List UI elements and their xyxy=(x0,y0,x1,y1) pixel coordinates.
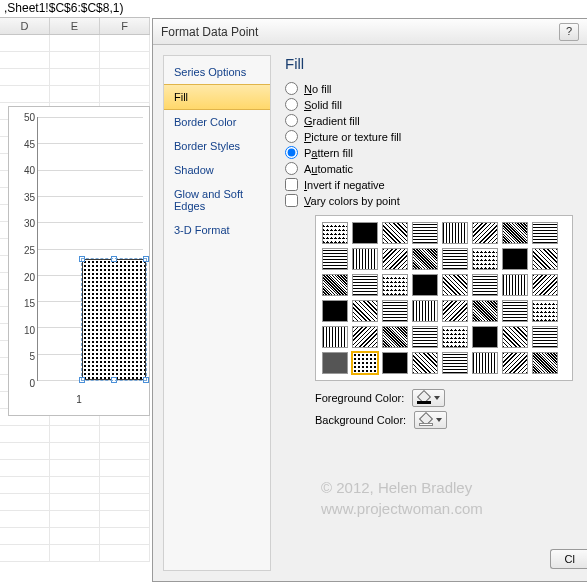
formula-bar[interactable]: ,Sheet1!$C$6:$C$8,1) xyxy=(0,0,150,18)
selection-handle[interactable] xyxy=(111,256,117,262)
pattern-swatch[interactable] xyxy=(472,300,498,322)
selection-handle[interactable] xyxy=(111,377,117,383)
pattern-swatch[interactable] xyxy=(322,222,348,244)
sidebar-item-glow[interactable]: Glow and Soft Edges xyxy=(164,182,270,218)
y-tick-label: 20 xyxy=(11,271,35,282)
pattern-swatch[interactable] xyxy=(442,300,468,322)
no-fill-radio[interactable] xyxy=(285,82,298,95)
help-button[interactable]: ? xyxy=(559,23,579,41)
pattern-swatch[interactable] xyxy=(352,222,378,244)
pattern-swatch[interactable] xyxy=(352,326,378,348)
automatic-radio[interactable] xyxy=(285,162,298,175)
pattern-swatch[interactable] xyxy=(442,222,468,244)
picture-fill-radio[interactable] xyxy=(285,130,298,143)
chevron-down-icon xyxy=(436,418,442,422)
solid-fill-label[interactable]: Solid fill xyxy=(304,99,342,111)
embedded-chart[interactable]: 1 05101520253035404550 xyxy=(8,106,150,416)
pattern-swatch[interactable] xyxy=(532,300,558,322)
pattern-swatch[interactable] xyxy=(502,326,528,348)
gradient-fill-radio[interactable] xyxy=(285,114,298,127)
data-bar[interactable] xyxy=(82,259,146,380)
pattern-swatch[interactable] xyxy=(502,222,528,244)
plot-area xyxy=(37,117,143,381)
sidebar-item-shadow[interactable]: Shadow xyxy=(164,158,270,182)
y-tick-label: 40 xyxy=(11,165,35,176)
foreground-color-button[interactable] xyxy=(412,389,445,407)
sidebar-item-border-styles[interactable]: Border Styles xyxy=(164,134,270,158)
invert-negative-label[interactable]: Invert if negative xyxy=(304,179,385,191)
automatic-label[interactable]: Automatic xyxy=(304,163,353,175)
pattern-swatch[interactable] xyxy=(352,248,378,270)
pattern-swatch[interactable] xyxy=(352,300,378,322)
col-header[interactable]: F xyxy=(100,18,150,34)
pattern-swatch[interactable] xyxy=(472,352,498,374)
pattern-swatch[interactable] xyxy=(412,222,438,244)
pattern-swatch[interactable] xyxy=(502,352,528,374)
pattern-swatch[interactable] xyxy=(532,326,558,348)
selection-handle[interactable] xyxy=(79,377,85,383)
gradient-fill-label[interactable]: Gradient fill xyxy=(304,115,360,127)
no-fill-label[interactable]: No fill xyxy=(304,83,332,95)
selection-handle[interactable] xyxy=(143,377,149,383)
pattern-swatch[interactable] xyxy=(442,274,468,296)
pattern-fill-radio[interactable] xyxy=(285,146,298,159)
pattern-swatch[interactable] xyxy=(382,326,408,348)
chevron-down-icon xyxy=(434,396,440,400)
pattern-swatch[interactable] xyxy=(472,274,498,296)
pattern-swatch[interactable] xyxy=(382,222,408,244)
pattern-swatch[interactable] xyxy=(412,352,438,374)
selection-handle[interactable] xyxy=(79,256,85,262)
pattern-swatch[interactable] xyxy=(502,300,528,322)
pattern-swatch[interactable] xyxy=(322,248,348,270)
pattern-swatch[interactable] xyxy=(532,222,558,244)
pattern-swatch[interactable] xyxy=(322,274,348,296)
pattern-swatch[interactable] xyxy=(322,326,348,348)
pattern-swatch[interactable] xyxy=(412,326,438,348)
background-color-button[interactable] xyxy=(414,411,447,429)
pattern-swatch[interactable] xyxy=(322,300,348,322)
paint-bucket-icon xyxy=(419,414,433,426)
pattern-swatch[interactable] xyxy=(382,352,408,374)
invert-negative-checkbox[interactable] xyxy=(285,178,298,191)
pattern-swatch[interactable] xyxy=(472,248,498,270)
pattern-swatch[interactable] xyxy=(502,248,528,270)
vary-colors-label[interactable]: Vary colors by point xyxy=(304,195,400,207)
background-color-label: Background Color: xyxy=(315,414,406,426)
sidebar-item-3d-format[interactable]: 3-D Format xyxy=(164,218,270,242)
close-button[interactable]: Cl xyxy=(550,549,587,569)
pattern-swatch[interactable] xyxy=(382,300,408,322)
pattern-swatch[interactable] xyxy=(352,352,378,374)
sidebar-item-series-options[interactable]: Series Options xyxy=(164,60,270,84)
pattern-swatch[interactable] xyxy=(442,326,468,348)
pattern-swatch[interactable] xyxy=(532,352,558,374)
y-tick-label: 50 xyxy=(11,112,35,123)
spreadsheet-area: D E F 1 05101 xyxy=(0,18,150,582)
pattern-swatch[interactable] xyxy=(472,326,498,348)
pattern-swatch[interactable] xyxy=(382,274,408,296)
y-tick-label: 15 xyxy=(11,298,35,309)
pattern-fill-label[interactable]: Pattern fill xyxy=(304,147,353,159)
pattern-swatch[interactable] xyxy=(412,300,438,322)
solid-fill-radio[interactable] xyxy=(285,98,298,111)
selection-handle[interactable] xyxy=(143,256,149,262)
pattern-swatch[interactable] xyxy=(442,352,468,374)
pattern-swatch[interactable] xyxy=(502,274,528,296)
pattern-swatch[interactable] xyxy=(382,248,408,270)
pattern-swatch[interactable] xyxy=(412,248,438,270)
sidebar-item-fill[interactable]: Fill xyxy=(164,84,270,110)
pattern-swatch[interactable] xyxy=(532,274,558,296)
pattern-swatch[interactable] xyxy=(442,248,468,270)
col-header[interactable]: E xyxy=(50,18,100,34)
picture-fill-label[interactable]: Picture or texture fill xyxy=(304,131,401,143)
pattern-swatch[interactable] xyxy=(322,352,348,374)
vary-colors-checkbox[interactable] xyxy=(285,194,298,207)
col-header[interactable]: D xyxy=(0,18,50,34)
sidebar-item-border-color[interactable]: Border Color xyxy=(164,110,270,134)
pattern-swatch[interactable] xyxy=(532,248,558,270)
pattern-swatch[interactable] xyxy=(352,274,378,296)
pattern-swatch[interactable] xyxy=(472,222,498,244)
y-tick-label: 45 xyxy=(11,138,35,149)
dialog-titlebar[interactable]: Format Data Point ? xyxy=(153,19,587,45)
pattern-swatch-grid xyxy=(315,215,573,381)
pattern-swatch[interactable] xyxy=(412,274,438,296)
